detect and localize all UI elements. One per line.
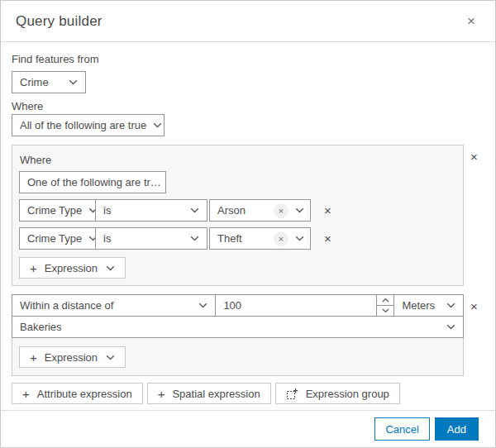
close-icon: ×	[467, 13, 475, 29]
add-attribute-expression-button[interactable]: + Attribute expression	[12, 383, 143, 404]
field-select[interactable]: Crime Type	[19, 227, 96, 250]
plus-icon: +	[22, 388, 30, 400]
value-combobox[interactable]: Arson ×	[209, 199, 311, 222]
remove-group-button[interactable]: ×	[467, 298, 481, 314]
deselect-value-button[interactable]: ×	[274, 231, 289, 246]
plus-icon: +	[158, 388, 165, 400]
operator-select-value: is	[103, 204, 111, 217]
caret-down-icon	[382, 308, 389, 313]
field-select[interactable]: Crime Type	[19, 199, 96, 222]
chevron-down-icon	[190, 236, 199, 241]
remove-group-button[interactable]: ×	[467, 149, 481, 164]
distance-stepper	[376, 295, 393, 316]
close-icon: ×	[470, 299, 478, 313]
dialog-footer: Cancel Add	[1, 410, 495, 447]
group-operator-value: One of the following are tr…	[27, 176, 161, 188]
chevron-down-icon	[446, 303, 455, 308]
spatial-expression-group: Within a distance of Meters	[12, 294, 464, 376]
group-where-label: Where	[20, 154, 456, 166]
add-button[interactable]: Add	[435, 417, 479, 441]
top-operator-value: All of the following are true	[20, 119, 146, 131]
operator-select[interactable]: is	[95, 227, 207, 250]
operator-select[interactable]: is	[95, 199, 207, 222]
field-select-value: Crime Type	[27, 232, 82, 245]
where-label: Where	[12, 100, 484, 112]
add-expression-label: Expression	[45, 262, 98, 274]
remove-clause-button[interactable]: ×	[321, 203, 335, 218]
attribute-expression-label: Attribute expression	[37, 388, 132, 400]
chevron-down-icon	[106, 265, 115, 271]
chevron-down-icon	[153, 122, 162, 128]
field-select-value: Crime Type	[27, 204, 82, 217]
unit-select-value: Meters	[402, 299, 435, 312]
stepper-up-button[interactable]	[377, 295, 393, 305]
attribute-expression-group: Where One of the following are tr… Crime…	[12, 145, 464, 286]
layer-select-value: Crime	[20, 76, 49, 88]
expression-group-icon	[286, 388, 298, 400]
add-expression-group-button[interactable]: Expression group	[275, 383, 400, 404]
add-label: Add	[447, 423, 466, 436]
top-operator-select[interactable]: All of the following are true	[12, 114, 165, 136]
operator-select-value: is	[103, 232, 111, 245]
query-builder-dialog: Query builder × Find features from Crime…	[0, 0, 496, 448]
distance-input[interactable]	[216, 299, 376, 312]
layer-select[interactable]: Crime	[12, 71, 86, 93]
plus-icon: +	[30, 351, 37, 364]
cancel-label: Cancel	[385, 423, 418, 436]
value-combobox-value: Theft	[217, 232, 242, 245]
add-expression-button[interactable]: + Expression	[19, 257, 126, 279]
close-icon: ×	[324, 203, 331, 217]
chevron-down-icon	[295, 207, 304, 213]
group-operator-select[interactable]: One of the following are tr…	[19, 171, 166, 193]
spatial-layer-value: Bakeries	[20, 321, 62, 333]
close-icon: ×	[279, 206, 284, 216]
spatial-clause-row: Within a distance of Meters	[12, 294, 464, 317]
stepper-down-button[interactable]	[377, 305, 393, 316]
spatial-expression-label: Spatial expression	[172, 388, 260, 400]
expression-group-label: Expression group	[306, 388, 389, 400]
unit-select[interactable]: Meters	[393, 294, 464, 317]
chevron-down-icon	[69, 79, 78, 85]
chevron-down-icon	[106, 355, 115, 360]
value-combobox[interactable]: Theft ×	[209, 227, 311, 250]
attribute-group-row: Where One of the following are tr… Crime…	[12, 145, 484, 286]
add-spatial-expression-button[interactable]: + Spatial expression	[147, 383, 271, 404]
close-icon: ×	[324, 231, 331, 245]
chevron-down-icon	[295, 236, 304, 241]
distance-input-cell	[215, 294, 394, 317]
spatial-operator-value: Within a distance of	[20, 299, 113, 312]
caret-up-icon	[382, 298, 389, 303]
remove-clause-button[interactable]: ×	[321, 231, 335, 246]
group-remove-area: ×	[464, 294, 484, 314]
cancel-button[interactable]: Cancel	[374, 417, 429, 441]
spatial-layer-select[interactable]: Bakeries	[12, 316, 464, 338]
expression-actions: + Attribute expression + Spatial express…	[12, 383, 484, 404]
find-features-label: Find features from	[12, 53, 484, 65]
clause-row: Crime Type is Arson × ×	[19, 199, 456, 222]
dialog-title: Query builder	[16, 13, 103, 30]
deselect-value-button[interactable]: ×	[274, 203, 289, 218]
add-expression-button[interactable]: + Expression	[19, 346, 126, 368]
group-remove-area: ×	[464, 145, 484, 164]
close-icon: ×	[279, 234, 284, 244]
value-combobox-value: Arson	[217, 204, 246, 217]
dialog-header: Query builder ×	[1, 1, 495, 42]
spatial-operator-select[interactable]: Within a distance of	[12, 294, 216, 317]
close-button[interactable]: ×	[462, 11, 480, 31]
chevron-down-icon	[190, 207, 199, 213]
spatial-group-footer: + Expression	[12, 338, 463, 375]
clause-row: Crime Type is Theft × ×	[19, 227, 456, 250]
plus-icon: +	[30, 262, 37, 274]
spatial-group-row: Within a distance of Meters	[12, 294, 484, 376]
add-expression-label: Expression	[45, 351, 98, 364]
spatial-layer-row: Bakeries	[12, 316, 464, 338]
chevron-down-icon	[446, 324, 455, 330]
chevron-down-icon	[198, 303, 207, 308]
dialog-body: Find features from Crime Where All of th…	[1, 42, 495, 410]
close-icon: ×	[470, 150, 478, 164]
